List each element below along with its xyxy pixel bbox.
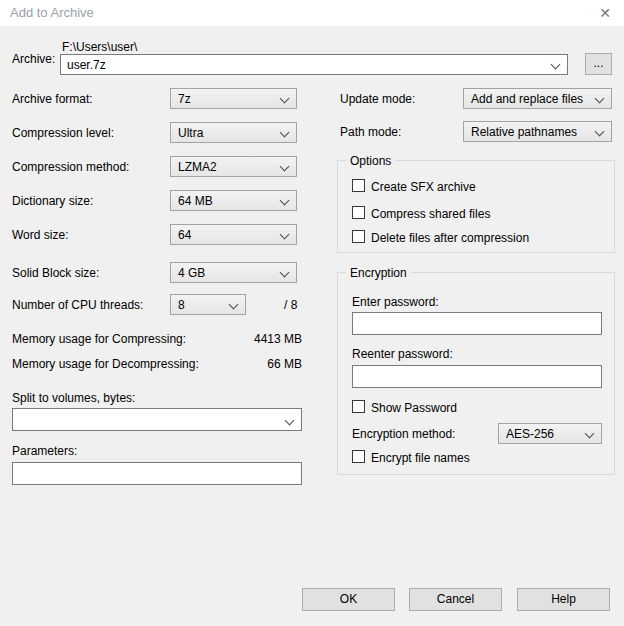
chevron-down-icon [229, 300, 239, 310]
memory-compress-label: Memory usage for Compressing: [12, 332, 186, 346]
cpu-threads-max: / 8 [284, 298, 297, 312]
solid-block-size-label: Solid Block size: [12, 266, 99, 280]
split-volumes-input[interactable] [13, 409, 283, 430]
ok-button[interactable]: OK [302, 588, 395, 611]
delete-after-checkbox[interactable] [352, 230, 365, 243]
parameters-label: Parameters: [12, 444, 77, 458]
chevron-down-icon [280, 230, 290, 240]
encryption-method-value: AES-256 [506, 427, 554, 441]
archive-name-combo[interactable] [60, 54, 568, 75]
dictionary-size-value: 64 MB [178, 194, 213, 208]
show-password-checkbox[interactable] [352, 400, 365, 413]
word-size-label: Word size: [12, 228, 68, 242]
chevron-down-icon [280, 128, 290, 138]
dictionary-size-select[interactable]: 64 MB [170, 190, 297, 211]
show-password-label: Show Password [371, 401, 457, 415]
window-title: Add to Archive [10, 5, 94, 20]
encrypt-names-checkbox[interactable] [352, 450, 365, 463]
chevron-down-icon [280, 196, 290, 206]
compress-shared-label: Compress shared files [371, 207, 490, 221]
reenter-password-input[interactable] [352, 365, 602, 388]
chevron-down-icon [595, 127, 605, 137]
solid-block-size-select[interactable]: 4 GB [170, 262, 297, 283]
archive-format-select[interactable]: 7z [170, 88, 297, 109]
compression-method-label: Compression method: [12, 160, 129, 174]
update-mode-value: Add and replace files [471, 92, 583, 106]
reenter-password-label: Reenter password: [352, 347, 453, 361]
titlebar: Add to Archive ✕ [0, 0, 624, 26]
encryption-group-title: Encryption [346, 266, 411, 280]
memory-decompress-value: 66 MB [200, 357, 302, 371]
memory-compress-value: 4413 MB [200, 332, 302, 346]
chevron-down-icon [280, 94, 290, 104]
update-mode-label: Update mode: [340, 92, 415, 106]
archive-directory: F:\Users\user\ [62, 40, 137, 54]
close-icon[interactable]: ✕ [595, 3, 615, 23]
split-volumes-combo[interactable] [12, 408, 302, 431]
compression-method-value: LZMA2 [178, 160, 217, 174]
chevron-down-icon [585, 429, 595, 439]
encryption-method-select[interactable]: AES-256 [498, 423, 602, 444]
memory-decompress-label: Memory usage for Decompressing: [12, 357, 199, 371]
archive-format-label: Archive format: [12, 92, 93, 106]
update-mode-select[interactable]: Add and replace files [463, 88, 612, 109]
parameters-input[interactable] [12, 462, 302, 485]
archive-label: Archive: [12, 52, 55, 66]
compression-method-select[interactable]: LZMA2 [170, 156, 297, 177]
compression-level-label: Compression level: [12, 126, 114, 140]
help-button[interactable]: Help [517, 588, 610, 611]
encrypt-names-label: Encrypt file names [371, 451, 470, 465]
browse-button[interactable]: ... [585, 53, 612, 75]
chevron-down-icon [280, 268, 290, 278]
create-sfx-checkbox[interactable] [352, 179, 365, 192]
cpu-threads-value: 8 [178, 298, 185, 312]
path-mode-value: Relative pathnames [471, 125, 577, 139]
chevron-down-icon[interactable] [285, 416, 295, 426]
archive-name-input[interactable] [61, 55, 549, 74]
add-to-archive-dialog: Add to Archive ✕ Archive: F:\Users\user\… [0, 0, 624, 626]
cpu-threads-select[interactable]: 8 [170, 294, 246, 315]
archive-format-value: 7z [178, 92, 191, 106]
solid-block-size-value: 4 GB [178, 266, 205, 280]
path-mode-select[interactable]: Relative pathnames [463, 121, 612, 142]
enter-password-input[interactable] [352, 312, 602, 335]
encryption-method-label: Encryption method: [352, 427, 455, 441]
cancel-button[interactable]: Cancel [409, 588, 502, 611]
chevron-down-icon [595, 94, 605, 104]
delete-after-label: Delete files after compression [371, 231, 529, 245]
compression-level-value: Ultra [178, 126, 203, 140]
chevron-down-icon[interactable] [551, 60, 561, 70]
path-mode-label: Path mode: [340, 125, 401, 139]
word-size-value: 64 [178, 228, 191, 242]
create-sfx-label: Create SFX archive [371, 180, 476, 194]
compression-level-select[interactable]: Ultra [170, 122, 297, 143]
dictionary-size-label: Dictionary size: [12, 194, 93, 208]
compress-shared-checkbox[interactable] [352, 206, 365, 219]
enter-password-label: Enter password: [352, 295, 439, 309]
chevron-down-icon [280, 162, 290, 172]
options-group-title: Options [346, 154, 395, 168]
split-volumes-label: Split to volumes, bytes: [12, 391, 135, 405]
word-size-select[interactable]: 64 [170, 224, 297, 245]
cpu-threads-label: Number of CPU threads: [12, 298, 143, 312]
